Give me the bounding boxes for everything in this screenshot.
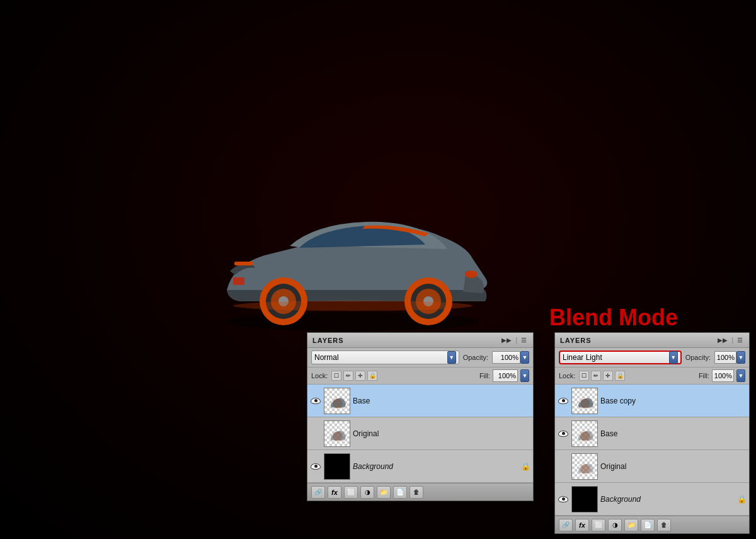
blend-mode-value-2: Linear Light: [563, 353, 602, 362]
layer-thumb-base-1: [324, 388, 350, 414]
lock-icons-2: ☐ ✏ ✛ 🔒: [579, 371, 695, 381]
lock-icons-1: ☐ ✏ ✛ 🔒: [331, 371, 476, 381]
layer-thumb-original-1: [324, 420, 350, 447]
lock-pixels-btn-1[interactable]: ✏: [343, 371, 353, 381]
panel-header-icons-2: ▶▶ | ☰: [716, 336, 744, 344]
panel-collapse-btn-1[interactable]: ▶▶: [500, 336, 513, 344]
lock-transparent-btn-2[interactable]: ☐: [579, 371, 589, 381]
lock-all-btn-1[interactable]: 🔒: [367, 371, 377, 381]
layer-visibility-background-1[interactable]: [310, 461, 321, 472]
fill-input-2[interactable]: 100%: [712, 369, 734, 382]
layer-row-background-2[interactable]: Background 🔒: [555, 483, 749, 516]
fill-label-2: Fill:: [699, 372, 709, 380]
layer-visibility-base-2[interactable]: [558, 428, 569, 439]
fx-btn-1[interactable]: fx: [328, 486, 341, 499]
panel-title-2: LAYERS: [560, 337, 592, 344]
panel-header-1: LAYERS ▶▶ | ☰: [307, 333, 533, 348]
link-layers-btn-2[interactable]: 🔗: [559, 519, 573, 531]
layer-thumb-base-2: [571, 420, 598, 447]
blend-mode-select-1[interactable]: Normal ▼: [311, 351, 459, 364]
opacity-input-2[interactable]: 100%: [714, 351, 736, 364]
fx-btn-2[interactable]: fx: [575, 519, 589, 531]
eye-icon-background-1: [311, 463, 321, 470]
layer-vis-empty-original-1: [310, 428, 321, 439]
svg-point-10: [233, 301, 472, 311]
lock-row-2: Lock: ☐ ✏ ✛ 🔒 Fill: 100% ▼: [555, 368, 749, 385]
layer-visibility-base-copy-2[interactable]: [558, 395, 569, 407]
delete-layer-btn-2[interactable]: 🗑: [657, 519, 671, 531]
layer-name-background-2: Background: [600, 495, 735, 504]
layer-name-original-1: Original: [353, 429, 530, 438]
layer-name-base-copy-2: Base copy: [600, 397, 747, 405]
lock-transparent-btn-1[interactable]: ☐: [331, 371, 341, 381]
layer-thumb-base-copy-2: [571, 388, 598, 414]
fill-row-2: Fill: 100% ▼: [699, 369, 745, 382]
opacity-chevron-1[interactable]: ▼: [520, 351, 529, 364]
blend-mode-label: Blend Mode: [549, 304, 678, 331]
svg-point-11: [465, 270, 478, 278]
layer-lock-icon-2: 🔒: [737, 495, 747, 504]
lock-position-btn-1[interactable]: ✛: [355, 371, 365, 381]
layer-row-base-1[interactable]: Base: [307, 385, 533, 417]
blend-mode-row-2: Linear Light ▼ Opacity: 100% ▼: [555, 348, 749, 368]
group-btn-2[interactable]: 📁: [624, 519, 638, 531]
new-layer-btn-1[interactable]: 📄: [393, 486, 407, 499]
opacity-chevron-2[interactable]: ▼: [736, 351, 745, 364]
panel-menu-btn-2[interactable]: ☰: [736, 336, 744, 344]
lock-position-btn-2[interactable]: ✛: [603, 371, 613, 381]
eye-icon-base-1: [311, 398, 321, 404]
opacity-input-1[interactable]: 100%: [492, 351, 520, 364]
blend-chevron-1[interactable]: ▼: [447, 351, 456, 364]
adjustment-btn-1[interactable]: ◑: [360, 486, 374, 499]
layer-row-original-2[interactable]: Original: [555, 450, 749, 483]
layer-row-original-1[interactable]: Original: [307, 417, 533, 450]
eye-icon-background-2: [558, 496, 568, 502]
mask-btn-2[interactable]: ⬜: [592, 519, 605, 531]
opacity-input-group-2: 100% ▼: [714, 351, 745, 364]
layer-row-base-copy-2[interactable]: Base copy: [555, 385, 749, 417]
car-illustration: [176, 189, 504, 334]
eye-icon-base-copy-2: [558, 398, 568, 404]
new-layer-btn-2[interactable]: 📄: [641, 519, 655, 531]
opacity-input-group-1: 100% ▼: [492, 351, 529, 364]
fill-input-1[interactable]: 100%: [493, 369, 518, 382]
panel-collapse-btn-2[interactable]: ▶▶: [716, 336, 729, 344]
fill-chevron-1[interactable]: ▼: [520, 369, 529, 382]
layer-row-base-2[interactable]: Base: [555, 417, 749, 450]
lock-label-1: Lock:: [311, 372, 328, 380]
panel-header-2: LAYERS ▶▶ | ☰: [555, 333, 749, 348]
fill-label-1: Fill:: [479, 372, 490, 380]
layer-visibility-base-1[interactable]: [310, 395, 321, 407]
layer-name-base-2: Base: [600, 429, 747, 438]
link-layers-btn-1[interactable]: 🔗: [311, 486, 325, 499]
adjustment-btn-2[interactable]: ◑: [608, 519, 622, 531]
delete-layer-btn-1[interactable]: 🗑: [410, 486, 423, 499]
fill-chevron-2[interactable]: ▼: [736, 369, 745, 382]
blend-chevron-2[interactable]: ▼: [669, 351, 678, 364]
opacity-label-1: Opacity:: [463, 354, 488, 361]
lock-label-2: Lock:: [559, 372, 575, 380]
blend-mode-select-2[interactable]: Linear Light ▼: [559, 351, 682, 364]
fill-row-1: Fill: 100% ▼: [479, 369, 529, 382]
layers-panel-normal: LAYERS ▶▶ | ☰ Normal ▼ Opacity: 100% ▼ L…: [307, 332, 534, 501]
lock-all-btn-2[interactable]: 🔒: [615, 371, 625, 381]
layer-name-background-1: Background: [353, 462, 518, 471]
panel-header-icons-1: ▶▶ | ☰: [500, 336, 528, 344]
mask-btn-1[interactable]: ⬜: [344, 486, 358, 499]
layer-lock-icon-1: 🔒: [521, 462, 530, 471]
opacity-label-2: Opacity:: [685, 354, 711, 361]
blend-mode-value-1: Normal: [314, 353, 339, 362]
layer-visibility-background-2[interactable]: [558, 494, 569, 505]
svg-rect-1: [234, 262, 253, 265]
panel-menu-btn-1[interactable]: ☰: [520, 336, 528, 344]
layer-thumb-background-1: [324, 453, 350, 480]
eye-icon-base-2: [558, 431, 568, 437]
group-btn-1[interactable]: 📁: [377, 486, 391, 499]
lock-pixels-btn-2[interactable]: ✏: [591, 371, 601, 381]
panel-divider-2: |: [731, 337, 733, 344]
layer-name-base-1: Base: [353, 397, 530, 405]
svg-rect-12: [233, 277, 244, 285]
layer-row-background-1[interactable]: Background 🔒: [307, 450, 533, 483]
panel-divider-1: |: [515, 337, 517, 344]
layer-thumb-original-2: [571, 453, 598, 480]
